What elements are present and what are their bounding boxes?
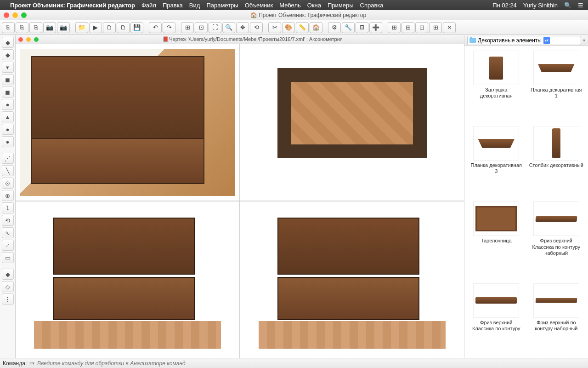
library-folder-select[interactable]: Декоративные элементы ▴▾ [467, 36, 581, 45]
library-thumb [533, 201, 579, 236]
toolbar-button-19[interactable]: ✥ [236, 22, 249, 33]
library-grid: Заглушка декоративнаяПланка декоративная… [464, 46, 588, 358]
vtool-button-20[interactable]: ◆ [2, 269, 14, 280]
toolbar-button-17[interactable]: ⛶ [209, 22, 221, 33]
vtool-button-17[interactable]: ⟋ [2, 240, 14, 251]
library-item[interactable]: Фриз верхний Классика по контуру наборны… [527, 200, 586, 279]
toolbar-button-16[interactable]: ⊡ [195, 22, 208, 33]
viewport-side[interactable] [240, 201, 464, 358]
window-minimize-button[interactable] [12, 12, 18, 18]
window-close-button[interactable] [4, 12, 9, 18]
vtool-button-5[interactable]: ● [2, 99, 14, 110]
user-name[interactable]: Yuriy Sinithin [523, 2, 558, 9]
vtool-button-16[interactable]: ∿ [2, 227, 14, 238]
toolbar-button-27[interactable]: ⚙ [328, 22, 341, 33]
panel-menu-icon[interactable]: ▾ [583, 38, 585, 43]
toolbar-button-10[interactable]: 💾 [130, 22, 143, 33]
vtool-button-15[interactable]: ⟲ [2, 215, 14, 226]
spotlight-icon[interactable]: 🔍 [564, 2, 571, 9]
toolbar-button-0[interactable]: ⎘ [2, 22, 15, 33]
vtool-button-4[interactable]: ◼ [2, 86, 14, 98]
library-thumb [473, 51, 519, 85]
menu-edit[interactable]: Правка [163, 2, 183, 9]
toolbar-button-25[interactable]: 🏠 [310, 22, 322, 33]
window-titlebar: 🏠 Проект Объемник: Графический редактор [0, 10, 588, 20]
doc-close-button[interactable] [18, 37, 23, 42]
library-item[interactable]: Фриз верхний Классика по контуру [467, 282, 526, 355]
menu-windows[interactable]: Окна [307, 2, 321, 9]
window-title-text: 🏠 Проект Объемник: Графический редактор [32, 12, 584, 18]
library-item[interactable]: Фриз верхний по контуру наборный [527, 282, 586, 355]
library-item[interactable]: Планка декоративная 3 [467, 124, 526, 198]
toolbar-button-13[interactable]: ↷ [163, 22, 175, 33]
vtool-button-10[interactable]: ⋰ [2, 153, 14, 164]
vtool-button-13[interactable]: ⊕ [2, 190, 14, 201]
library-header: Декоративные элементы ▴▾ ▾ [464, 35, 588, 46]
vtool-button-8[interactable]: ● [2, 136, 14, 147]
toolbar-button-6[interactable]: 📁 [75, 22, 88, 33]
toolbar-button-22[interactable]: ✂ [268, 22, 281, 33]
toolbar-button-29[interactable]: 🗓 [356, 22, 368, 33]
doc-minimize-button[interactable] [26, 37, 31, 42]
toolbar-button-4[interactable]: 📷 [57, 22, 70, 33]
vtool-button-2[interactable]: ▾ [2, 62, 14, 73]
vtool-button-22[interactable]: ⋮ [2, 293, 14, 305]
vtool-button-18[interactable]: ▭ [2, 252, 14, 263]
toolbar-button-28[interactable]: 🔧 [342, 22, 355, 33]
library-thumb [533, 51, 579, 85]
app-name[interactable]: Проект Объемник: Графический редактор [10, 2, 135, 9]
toolbar-button-3[interactable]: 📷 [43, 22, 56, 33]
library-item-label: Тарелочница [481, 238, 512, 244]
toolbar-button-7[interactable]: ▶ [89, 22, 102, 33]
toolbar-button-34[interactable]: ⊡ [415, 22, 428, 33]
vtool-button-12[interactable]: ⊙ [2, 178, 14, 189]
clock[interactable]: Пн 02:24 [492, 2, 517, 9]
toolbar-button-36[interactable]: ✕ [443, 22, 456, 33]
library-item-label: Планка декоративная 1 [529, 87, 584, 99]
library-item-label: Фриз верхний по контуру наборный [529, 320, 584, 332]
library-item[interactable]: Столбик декоративный [527, 124, 586, 198]
toolbar-button-32[interactable]: ⊞ [388, 22, 401, 33]
toolbar-button-23[interactable]: 🎨 [282, 22, 295, 33]
menu-params[interactable]: Параметры [206, 2, 238, 9]
toolbar-button-20[interactable]: ⟲ [250, 22, 263, 33]
library-item[interactable]: Планка декоративная 1 [527, 49, 586, 122]
menu-examples[interactable]: Примеры [328, 2, 354, 9]
viewport-perspective[interactable] [16, 44, 239, 201]
toolbar-button-15[interactable]: ⊞ [181, 22, 194, 33]
menu-file[interactable]: Файл [141, 2, 156, 9]
menu-extras-icon[interactable]: ☰ [578, 2, 583, 9]
toolbar-button-2[interactable]: ⎘ [29, 22, 42, 33]
menu-furniture[interactable]: Мебель [279, 2, 301, 9]
library-item[interactable]: Заглушка декоративная [467, 49, 526, 122]
toolbar-button-35[interactable]: ⊞ [429, 22, 442, 33]
vtool-button-14[interactable]: ⤵ [2, 202, 14, 213]
toolbar-button-12[interactable]: ↶ [149, 22, 162, 33]
command-input[interactable] [37, 360, 585, 367]
vtool-button-6[interactable]: ▲ [2, 111, 14, 122]
window-maximize-button[interactable] [21, 12, 27, 18]
command-history-dropdown[interactable]: ≡▾ [29, 361, 34, 366]
toolbar-button-1[interactable]: ⎘ [16, 22, 28, 33]
toolbar-button-18[interactable]: 🔍 [222, 22, 235, 33]
toolbar-button-30[interactable]: ➕ [369, 22, 382, 33]
vtool-button-21[interactable]: ◇ [2, 281, 14, 292]
doc-maximize-button[interactable] [34, 37, 39, 42]
library-folder-name: Декоративные элементы [478, 37, 542, 44]
viewport-top[interactable] [240, 44, 464, 201]
toolbar-button-33[interactable]: ⊞ [401, 22, 414, 33]
menu-help[interactable]: Справка [360, 2, 384, 9]
vtool-button-1[interactable]: ◆ [2, 49, 14, 60]
toolbar-button-8[interactable]: 🗋 [103, 22, 116, 33]
menu-view[interactable]: Вид [189, 2, 200, 9]
menu-obemnik[interactable]: Объемник [245, 2, 273, 9]
vtool-button-3[interactable]: ◼ [2, 74, 14, 85]
library-thumb [473, 201, 519, 236]
toolbar-button-9[interactable]: 🗋 [117, 22, 130, 33]
toolbar-button-24[interactable]: 📏 [296, 22, 309, 33]
vtool-button-0[interactable]: ◆ [2, 37, 14, 48]
library-item[interactable]: Тарелочница [467, 200, 526, 279]
vtool-button-11[interactable]: ╲ [2, 165, 14, 176]
viewport-front[interactable] [16, 201, 239, 358]
vtool-button-7[interactable]: ● [2, 124, 14, 135]
